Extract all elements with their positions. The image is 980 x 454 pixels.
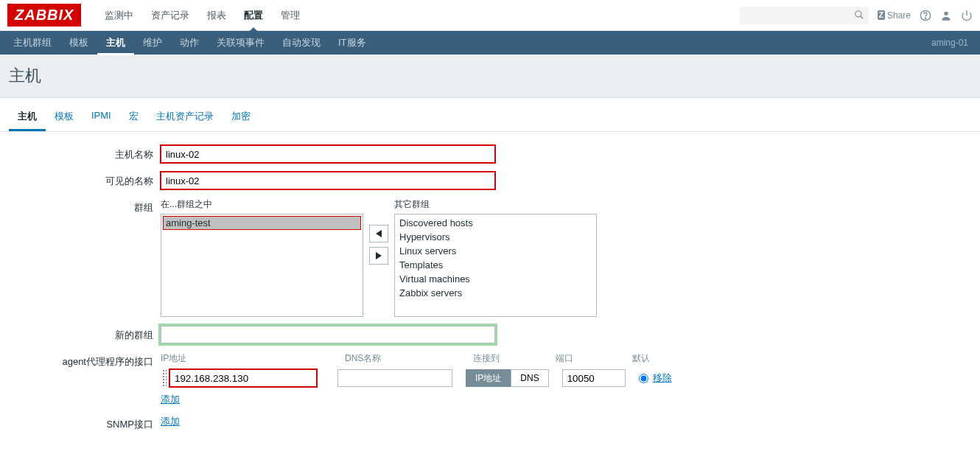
top-menu: 监测中 资产记录 报表 配置 管理 [96,0,309,31]
subnav-discovery[interactable]: 自动发现 [273,30,329,55]
iface-port-input[interactable] [562,369,626,387]
move-left-button[interactable] [369,225,388,242]
iface-col-port: 端口 [556,352,632,365]
tab-host[interactable]: 主机 [9,104,46,131]
power-icon[interactable] [961,10,973,21]
search-wrap [740,7,869,24]
iface-col-dns: DNS名称 [345,352,473,365]
snmp-label: SNMP接口 [13,415,161,431]
other-groups-item[interactable]: Templates [396,258,595,272]
iface-remove-link[interactable]: 移除 [653,371,672,385]
topmenu-monitoring[interactable]: 监测中 [96,0,142,31]
subnav-server-label: aming-01 [931,38,976,48]
subnav: 主机群组 模板 主机 维护 动作 关联项事件 自动发现 IT服务 aming-0… [0,31,980,55]
agent-iface-label: agent代理程序的接口 [13,352,161,369]
drag-handle-icon[interactable] [162,369,167,387]
search-input[interactable] [740,7,869,24]
new-group-input[interactable] [161,326,495,343]
connect-dns-button[interactable]: DNS [511,369,548,387]
host-tabs: 主机 模板 IPMI 宏 主机资产记录 加密 [0,104,980,132]
svg-marker-7 [376,252,382,259]
other-groups-item[interactable]: Linux servers [396,244,595,258]
page-title: 主机 [9,65,971,87]
topmenu-inventory[interactable]: 资产记录 [142,0,198,31]
triangle-left-icon [376,230,382,237]
svg-point-0 [855,10,861,16]
other-groups-item[interactable]: Virtual machines [396,272,595,286]
iface-col-default: 默认 [632,352,650,365]
connect-to-toggle: IP地址 DNS [466,369,549,387]
logo[interactable]: ZABBIX [7,4,81,27]
subnav-maintenance[interactable]: 维护 [134,30,171,55]
user-icon[interactable] [940,10,952,21]
share-label: Share [887,10,911,21]
subnav-itservices[interactable]: IT服务 [329,30,375,55]
subnav-actions[interactable]: 动作 [171,30,208,55]
agent-interface-row: IP地址 DNS 移除 [161,369,691,387]
topmenu-administration[interactable]: 管理 [272,0,309,31]
tab-encryption[interactable]: 加密 [223,104,259,131]
snmp-add-link[interactable]: 添加 [161,415,180,428]
iface-col-connect: 连接到 [473,352,556,365]
in-groups-label: 在...群组之中 [161,198,363,211]
tab-inventory[interactable]: 主机资产记录 [147,104,223,131]
help-icon[interactable] [920,10,931,21]
iface-ip-input[interactable] [169,369,317,387]
svg-marker-6 [376,230,382,237]
visiblename-label: 可见的名称 [13,172,161,188]
tab-ipmi[interactable]: IPMI [83,104,120,131]
share-button[interactable]: Z Share [878,10,911,21]
hostname-input[interactable] [161,145,495,163]
triangle-right-icon [376,252,382,259]
topmenu-reports[interactable]: 报表 [198,0,235,31]
subnav-hostgroups[interactable]: 主机群组 [4,30,60,55]
new-group-label: 新的群组 [13,326,161,342]
other-groups-item[interactable]: Hypervisors [396,230,595,244]
subnav-templates[interactable]: 模板 [60,30,97,55]
zabbix-z-icon: Z [878,10,885,20]
search-icon[interactable] [854,10,864,20]
connect-ip-button[interactable]: IP地址 [466,369,511,387]
subnav-correlation[interactable]: 关联项事件 [208,30,273,55]
move-right-button[interactable] [369,247,388,265]
other-groups-item[interactable]: Zabbix servers [396,286,595,300]
other-groups-item[interactable]: Discovered hosts [396,216,595,230]
other-groups-listbox[interactable]: Discovered hosts Hypervisors Linux serve… [394,214,597,317]
svg-point-3 [925,18,925,18]
subnav-hosts[interactable]: 主机 [97,30,134,55]
agent-add-link[interactable]: 添加 [161,393,180,406]
tab-templates[interactable]: 模板 [46,104,83,131]
topbar-right: Z Share [740,7,973,24]
iface-default-radio[interactable] [639,374,648,383]
page-title-bar: 主机 [0,55,980,98]
groups-label: 群组 [13,198,161,214]
other-groups-label: 其它群组 [394,198,597,211]
topbar: ZABBIX 监测中 资产记录 报表 配置 管理 Z Share [0,0,980,31]
visiblename-input[interactable] [161,172,495,189]
hostname-label: 主机名称 [13,145,161,161]
svg-point-4 [944,11,948,15]
iface-dns-input[interactable] [337,369,452,387]
host-form: 主机名称 可见的名称 群组 在...群组之中 aming-test [0,132,980,453]
tab-macros[interactable]: 宏 [120,104,147,131]
in-groups-item[interactable]: aming-test [163,216,361,230]
svg-line-1 [861,15,864,18]
iface-col-ip: IP地址 [161,352,345,365]
topmenu-configuration[interactable]: 配置 [235,0,272,31]
in-groups-listbox[interactable]: aming-test [161,214,363,317]
